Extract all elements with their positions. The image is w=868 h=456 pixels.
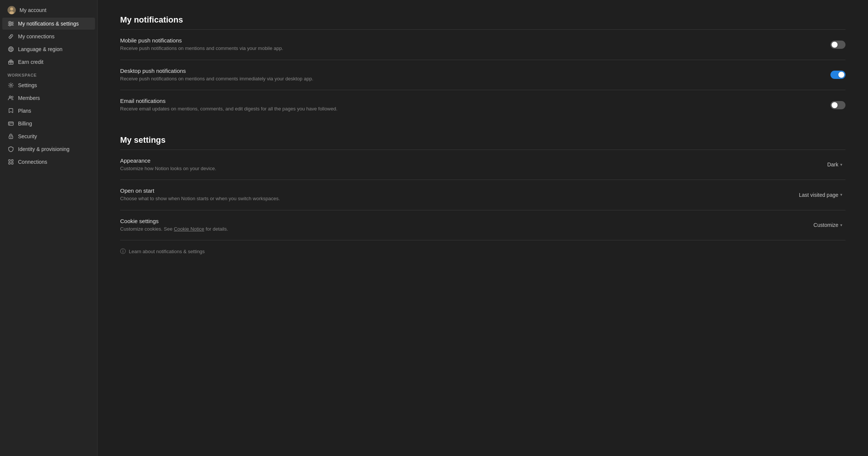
desktop-push-name: Desktop push notifications [120,68,420,74]
mobile-push-toggle-thumb [832,42,838,48]
main-content: My notifications Mobile push notificatio… [98,0,868,456]
globe-icon [8,46,14,53]
mobile-push-toggle[interactable] [830,41,845,49]
desktop-push-toggle[interactable] [830,71,845,79]
svg-point-1 [10,8,13,11]
mobile-push-info: Mobile push notifications Receive push n… [120,37,420,52]
svg-point-10 [10,47,12,52]
cookie-settings-value: Customize [814,222,838,228]
sidebar-item-label: Security [18,133,37,139]
svg-rect-27 [12,163,14,165]
svg-rect-26 [9,163,11,165]
open-on-start-row: Open on start Choose what to show when N… [120,180,845,210]
svg-point-2 [9,11,14,14]
svg-rect-25 [12,160,14,162]
card-icon [8,120,14,127]
people-icon [8,95,14,101]
sidebar-item-members[interactable]: Members [2,92,95,104]
svg-point-18 [12,96,13,98]
svg-point-7 [11,23,13,24]
settings-section-title: My settings [120,135,845,145]
shield-icon [8,146,14,153]
svg-point-17 [9,96,11,98]
email-notifications-toggle[interactable] [830,101,845,109]
sidebar-item-connections[interactable]: Connections [2,156,95,168]
link-icon [8,33,14,40]
cookie-desc-before: Customize cookies. See [120,226,174,232]
sidebar-item-security[interactable]: Security [2,130,95,142]
sidebar-item-label: Billing [18,121,32,127]
appearance-value: Dark [827,162,838,168]
sidebar-item-my-account[interactable]: My account [2,3,95,17]
mobile-push-row: Mobile push notifications Receive push n… [120,30,845,60]
desktop-push-info: Desktop push notifications Receive push … [120,68,420,83]
email-notifications-toggle-thumb [832,102,838,108]
appearance-desc: Customize how Notion looks on your devic… [120,165,420,172]
sidebar-item-my-notifications[interactable]: My notifications & settings [2,18,95,30]
bookmark-icon [8,107,14,114]
sidebar-item-label: Members [18,95,40,101]
sidebar-item-label: Connections [18,159,47,165]
appearance-row: Appearance Customize how Notion looks on… [120,150,845,180]
avatar-icon [8,6,16,14]
sidebar-item-language-region[interactable]: Language & region [2,43,95,55]
email-notifications-desc: Receive email updates on mentions, comme… [120,105,420,113]
gear-icon [8,82,14,89]
svg-point-6 [9,21,11,23]
sidebar-item-settings[interactable]: Settings [2,79,95,91]
svg-point-23 [11,137,11,138]
sidebar-item-plans[interactable]: Plans [2,105,95,117]
svg-point-16 [10,85,12,86]
settings-bottom-divider [120,240,845,240]
svg-rect-19 [9,122,14,125]
sidebar-item-label: Language & region [18,46,62,52]
open-on-start-dropdown[interactable]: Last visited page ▾ [796,190,845,199]
chevron-down-icon: ▾ [840,162,842,167]
settings-section: My settings Appearance Customize how Not… [120,135,845,241]
sidebar-item-label: My notifications & settings [18,21,79,27]
open-on-start-info: Open on start Choose what to show when N… [120,187,420,202]
open-on-start-value: Last visited page [799,192,838,198]
notifications-section-title: My notifications [120,15,845,25]
svg-point-9 [9,47,14,52]
desktop-push-row: Desktop push notifications Receive push … [120,60,845,91]
learn-more-link[interactable]: ⓘ Learn about notifications & settings [120,244,845,259]
sidebar-item-label: My connections [18,33,54,39]
svg-point-8 [9,24,11,26]
open-on-start-desc: Choose what to show when Notion starts o… [120,195,420,202]
lock-icon [8,133,14,140]
desktop-push-desc: Receive push notifications on mentions a… [120,75,420,83]
cookie-settings-name: Cookie settings [120,218,420,224]
email-notifications-row: Email notifications Receive email update… [120,90,845,120]
sidebar-item-label: Identity & provisioning [18,146,69,152]
cookie-notice-link[interactable]: Cookie Notice [174,226,204,232]
sidebar-item-billing[interactable]: Billing [2,118,95,130]
sidebar-item-label: Settings [18,82,37,88]
sidebar-item-earn-credit[interactable]: Earn credit [2,56,95,68]
cookie-settings-row: Cookie settings Customize cookies. See C… [120,210,845,240]
sidebar-item-label: Plans [18,108,31,114]
cookie-settings-dropdown[interactable]: Customize ▾ [811,220,845,230]
sidebar: My account My notifications & settings M… [0,0,98,456]
chevron-down-icon: ▾ [840,192,842,197]
appearance-dropdown[interactable]: Dark ▾ [824,160,845,169]
cookie-settings-info: Cookie settings Customize cookies. See C… [120,218,420,233]
help-circle-icon: ⓘ [120,248,126,255]
chevron-down-icon: ▾ [840,223,842,228]
mobile-push-name: Mobile push notifications [120,37,420,44]
workspace-section-label: WORKSPACE [0,68,97,79]
sidebar-item-label: My account [20,7,47,13]
appearance-info: Appearance Customize how Notion looks on… [120,157,420,172]
mobile-push-desc: Receive push notifications on mentions a… [120,45,420,52]
email-notifications-info: Email notifications Receive email update… [120,98,420,113]
svg-rect-24 [9,160,11,162]
sidebar-item-my-connections[interactable]: My connections [2,30,95,42]
cookie-settings-desc: Customize cookies. See Cookie Notice for… [120,225,420,233]
appearance-name: Appearance [120,157,420,164]
cookie-desc-after: for details. [206,226,228,232]
sidebar-item-identity-provisioning[interactable]: Identity & provisioning [2,143,95,155]
learn-more-text: Learn about notifications & settings [129,249,205,254]
sidebar-item-label: Earn credit [18,59,44,65]
grid-icon [8,159,14,165]
notifications-section: My notifications Mobile push notificatio… [120,15,845,120]
